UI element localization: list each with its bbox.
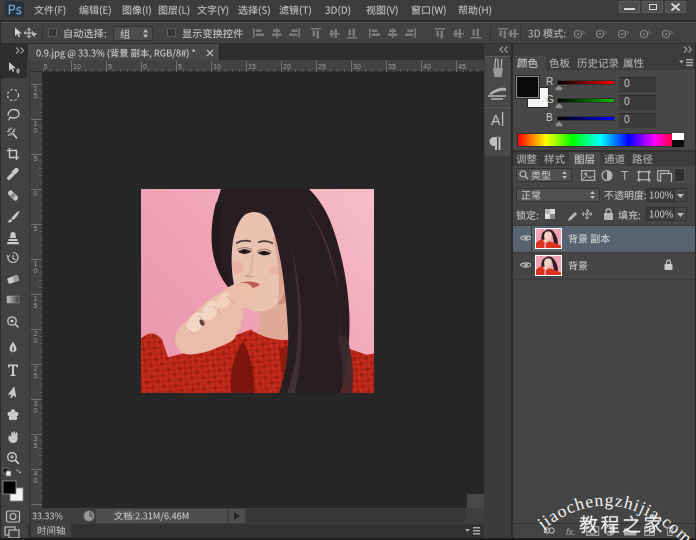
svg-text:T: T [621,169,629,182]
svg-text:fx.: fx. [566,527,576,537]
